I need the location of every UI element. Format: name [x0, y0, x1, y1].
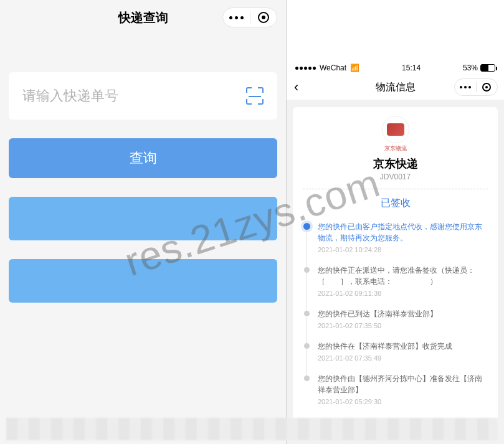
battery-icon — [480, 64, 495, 72]
timeline-item: 您的快件正在派送中，请您准备签收（快递员：［ ］，联系电话： ）2021-01-… — [303, 265, 488, 308]
timeline-text: 您的快件正在派送中，请您准备签收（快递员：［ ］，联系电话： ） — [318, 265, 488, 287]
timeline-time: 2021-01-02 05:29:30 — [318, 398, 488, 405]
statusbar-time: 15:14 — [402, 64, 421, 72]
battery-percent-label: 53% — [463, 64, 478, 72]
bottom-blur-bar — [287, 418, 498, 440]
timeline-dot-icon — [304, 311, 310, 316]
history-item[interactable] — [9, 259, 277, 303]
courier-name: 京东快递 — [303, 156, 488, 171]
miniprogram-capsule[interactable] — [454, 78, 498, 96]
history-item[interactable] — [9, 197, 277, 240]
timeline-dot-icon — [304, 376, 310, 381]
timeline-text: 您的快件已到达【济南祥泰营业部】 — [318, 308, 488, 319]
page-title: 快递查询 — [118, 9, 168, 26]
wifi-icon: 📶 — [350, 64, 359, 72]
timeline-line — [307, 273, 307, 311]
timeline: 您的快件已由客户指定地点代收，感谢您使用京东物流，期待再次为您服务。2021-0… — [303, 221, 488, 417]
timeline-time: 2021-01-02 07:35:49 — [318, 354, 488, 362]
timeline-item: 您的快件已到达【济南祥泰营业部】2021-01-02 07:35:50 — [303, 308, 488, 341]
tracking-input-placeholder: 请输入快递单号 — [22, 87, 118, 105]
timeline-dot-icon — [303, 223, 310, 230]
logo-label: 京东物流 — [384, 144, 407, 153]
timeline-line — [307, 317, 307, 343]
timeline-text: 您的快件由【德州齐河分拣中心】准备发往【济南祥泰营业部】 — [318, 373, 488, 395]
more-icon[interactable] — [223, 16, 250, 19]
left-header: 快递查询 — [0, 0, 286, 35]
timeline-time: 2021-01-02 07:35:50 — [318, 322, 488, 329]
divider — [303, 189, 488, 189]
signal-icon — [295, 67, 316, 70]
miniprogram-capsule[interactable] — [222, 7, 277, 27]
timeline-text: 您的快件已由客户指定地点代收，感谢您使用京东物流，期待再次为您服务。 — [318, 221, 488, 243]
timeline-item: 您的快件由【德州齐河分拣中心】准备发往【济南祥泰营业部】2021-01-02 0… — [303, 373, 488, 417]
delivery-status: 已签收 — [303, 197, 488, 210]
page-title: 物流信息 — [376, 81, 416, 94]
logistics-card: 京东物流 京东快递 JDV0017 已签收 您的快件已由客户指定地点代收，感谢您… — [293, 107, 498, 425]
query-button[interactable]: 查询 — [9, 138, 277, 178]
tracking-input[interactable]: 请输入快递单号 — [9, 72, 277, 120]
timeline-item: 您的快件已由客户指定地点代收，感谢您使用京东物流，期待再次为您服务。2021-0… — [303, 221, 488, 265]
close-icon[interactable] — [476, 83, 497, 92]
timeline-line — [307, 349, 307, 376]
carrier-label: WeChat — [320, 64, 346, 72]
timeline-item: 您的快件在【济南祥泰营业部】收货完成2021-01-02 07:35:49 — [303, 341, 488, 373]
timeline-time: 2021-01-02 09:11:38 — [318, 290, 488, 297]
scan-icon[interactable] — [246, 87, 264, 105]
timeline-dot-icon — [304, 267, 310, 273]
right-header: ‹ 物流信息 — [287, 75, 504, 100]
courier-logo: 京东物流 — [303, 116, 488, 153]
close-icon[interactable] — [250, 12, 277, 23]
timeline-dot-icon — [304, 343, 310, 349]
timeline-time: 2021-01-02 10:24:28 — [318, 246, 488, 253]
right-body: 京东物流 京东快递 JDV0017 已签收 您的快件已由客户指定地点代收，感谢您… — [287, 100, 504, 444]
right-panel: WeChat 📶 15:14 53% ‹ 物流信息 京东物流 京东快递 JDV0… — [287, 0, 504, 444]
more-icon[interactable] — [455, 86, 476, 88]
timeline-text: 您的快件在【济南祥泰营业部】收货完成 — [318, 341, 488, 352]
back-icon[interactable]: ‹ — [294, 79, 298, 95]
courier-id: JDV0017 — [303, 172, 488, 181]
left-panel: 快递查询 请输入快递单号 查询 — [0, 0, 287, 444]
left-body: 请输入快递单号 查询 — [0, 35, 286, 444]
timeline-line — [307, 230, 307, 267]
statusbar: WeChat 📶 15:14 53% — [287, 61, 504, 75]
